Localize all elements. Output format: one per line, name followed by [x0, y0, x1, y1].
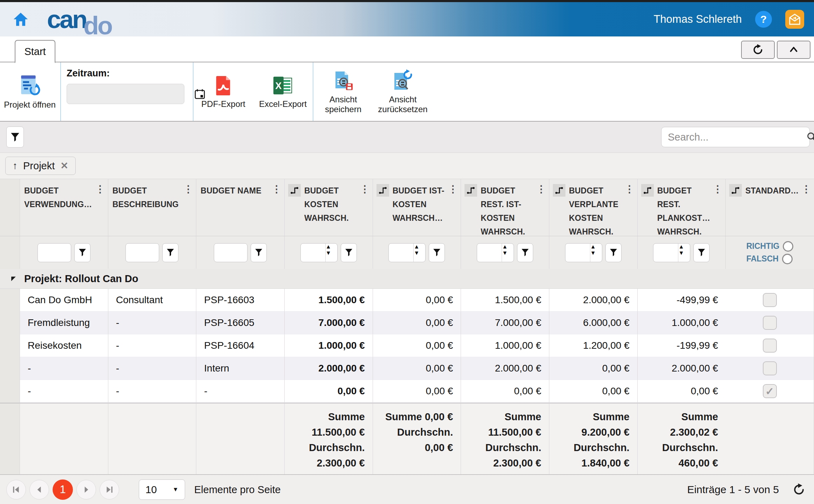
column-header-label: BUDGET BESCHREIBUNG	[113, 184, 184, 211]
last-page-button[interactable]	[100, 480, 119, 499]
spinner-down-icon[interactable]: ▼	[590, 250, 602, 256]
user-name[interactable]: Thomas Schlereth	[653, 13, 742, 26]
filter-text-input[interactable]	[214, 243, 247, 262]
data-cell: -199,99 €	[638, 334, 726, 357]
tab-start[interactable]: Start	[15, 40, 55, 63]
project-open-button[interactable]: Projekt öffnen	[0, 74, 60, 110]
collapse-toolbar-button[interactable]	[777, 41, 810, 59]
next-page-button[interactable]	[76, 480, 96, 499]
column-menu-icon[interactable]: ⋮	[625, 184, 635, 195]
filter-text-input[interactable]	[126, 243, 159, 262]
column-menu-icon[interactable]: ⋮	[713, 184, 723, 195]
column-menu-icon[interactable]: ⋮	[360, 184, 370, 195]
previous-page-button[interactable]	[29, 480, 49, 499]
filter-number-input[interactable]	[389, 244, 413, 262]
column-header-4[interactable]: BUDGET IST-KOSTEN WAHRSCH…⋮	[373, 179, 461, 236]
column-header-label: BUDGET REST. IST-KOSTEN WAHRSCH.	[481, 184, 536, 239]
filter-funnel-button[interactable]	[162, 243, 178, 262]
pdf-export-button[interactable]: PDF-Export	[194, 75, 253, 109]
spinner-down-icon[interactable]: ▼	[502, 250, 514, 256]
home-button[interactable]	[12, 11, 29, 28]
column-filter-3: ▲▼	[285, 236, 373, 269]
row-checkbox[interactable]	[763, 293, 777, 307]
column-header-6[interactable]: BUDGET VERPLANTE KOSTEN WAHRSCH.⋮	[549, 179, 638, 236]
data-cell: PSP-16603	[196, 289, 285, 312]
filter-number-input[interactable]	[477, 244, 502, 262]
help-button[interactable]: ?	[755, 11, 772, 28]
zeitraum-input[interactable]	[67, 89, 194, 100]
refresh-view-button[interactable]	[741, 41, 775, 59]
page-size-select[interactable]: 10 ▼	[139, 479, 185, 500]
column-header-2[interactable]: BUDGET NAME⋮	[196, 179, 285, 236]
filter-funnel-button[interactable]	[429, 243, 445, 262]
filter-funnel-button[interactable]	[341, 243, 357, 262]
boolean-filter-false[interactable]: FALSCH	[746, 254, 793, 264]
column-menu-icon[interactable]: ⋮	[272, 184, 281, 195]
filter-number-input[interactable]	[301, 244, 325, 262]
group-collapse-icon[interactable]	[11, 276, 16, 282]
excel-export-button[interactable]: X Excel-Export	[253, 75, 313, 109]
filter-funnel-button[interactable]	[693, 243, 710, 262]
aggregate-icon-badge	[729, 184, 742, 197]
column-menu-icon[interactable]: ⋮	[95, 184, 105, 195]
search-button[interactable]	[806, 131, 814, 143]
column-header-8[interactable]: STANDARD…⋮	[726, 179, 814, 236]
data-cell: 0,00 €	[373, 289, 461, 312]
row-checkbox[interactable]: ✓	[763, 384, 777, 398]
radio-true-icon[interactable]	[783, 241, 793, 252]
row-checkbox[interactable]	[763, 361, 777, 375]
column-header-label: BUDGET NAME	[201, 184, 272, 198]
checkbox-cell: ✓	[726, 380, 814, 403]
filter-toggle-button[interactable]	[6, 127, 24, 148]
search-input[interactable]	[662, 131, 806, 143]
zeitraum-field[interactable]	[67, 84, 184, 104]
column-menu-icon[interactable]: ⋮	[801, 184, 811, 195]
column-header-3[interactable]: BUDGET KOSTEN WAHRSCH.⋮	[285, 179, 373, 236]
column-header-5[interactable]: BUDGET REST. IST-KOSTEN WAHRSCH.⋮	[461, 179, 549, 236]
refresh-icon	[792, 483, 806, 496]
filter-funnel-button[interactable]	[517, 243, 533, 262]
column-menu-icon[interactable]: ⋮	[183, 184, 193, 195]
group-chip-projekt[interactable]: ↑ Projekt ✕	[5, 157, 76, 175]
view-reset-button[interactable]: Ansicht zurücksetzen	[373, 69, 433, 114]
filter-funnel-button[interactable]	[74, 243, 90, 262]
spinner-up-icon[interactable]: ▲	[414, 244, 425, 250]
spinner-up-icon[interactable]: ▲	[502, 244, 514, 250]
sort-ascending-icon[interactable]: ↑	[13, 160, 18, 171]
column-menu-icon[interactable]: ⋮	[536, 184, 546, 195]
view-save-button[interactable]: Ansicht speichern	[313, 69, 373, 114]
spinner-up-icon[interactable]: ▲	[326, 244, 337, 250]
spinner-down-icon[interactable]: ▼	[414, 250, 425, 256]
spinner-up-icon[interactable]: ▲	[590, 244, 602, 250]
row-checkbox[interactable]	[763, 339, 777, 353]
data-cell: 2.000,00 €	[638, 357, 726, 380]
remove-group-icon[interactable]: ✕	[60, 160, 68, 171]
boolean-filter-true[interactable]: RICHTIG	[746, 241, 794, 252]
radio-false-icon[interactable]	[782, 254, 793, 264]
filter-funnel-button[interactable]	[605, 243, 622, 262]
filter-bar	[0, 121, 814, 152]
pager-refresh-button[interactable]	[792, 483, 806, 496]
group-header-row[interactable]: Projekt: Rollout Can Do	[0, 269, 814, 289]
data-cell: 2.000,00 €	[549, 289, 638, 312]
row-checkbox[interactable]	[763, 316, 777, 330]
spinner-down-icon[interactable]: ▼	[678, 250, 690, 256]
filter-funnel-button[interactable]	[251, 243, 267, 262]
column-header-1[interactable]: BUDGET BESCHREIBUNG⋮	[108, 179, 197, 236]
filter-text-input[interactable]	[38, 243, 71, 262]
funnel-icon	[255, 248, 263, 257]
current-page-button[interactable]: 1	[53, 479, 73, 500]
data-cell: -499,99 €	[638, 289, 726, 312]
logout-button[interactable]	[785, 10, 804, 29]
footer-aggregate-0	[20, 403, 108, 474]
footer-aggregate-7: Summe2.300,02 €Durchschn.460,00 €	[638, 403, 726, 474]
column-header-0[interactable]: BUDGET VERWENDUNG…⋮	[20, 179, 108, 236]
filter-number-input[interactable]	[565, 244, 590, 262]
column-header-7[interactable]: BUDGET REST. PLANKOST… WAHRSCH.⋮	[638, 179, 726, 236]
spinner-down-icon[interactable]: ▼	[326, 250, 337, 256]
first-page-button[interactable]	[6, 480, 26, 499]
zeitraum-label: Zeitraum:	[67, 68, 185, 79]
spinner-up-icon[interactable]: ▲	[678, 244, 690, 250]
column-menu-icon[interactable]: ⋮	[448, 184, 458, 195]
filter-number-input[interactable]	[653, 244, 678, 262]
